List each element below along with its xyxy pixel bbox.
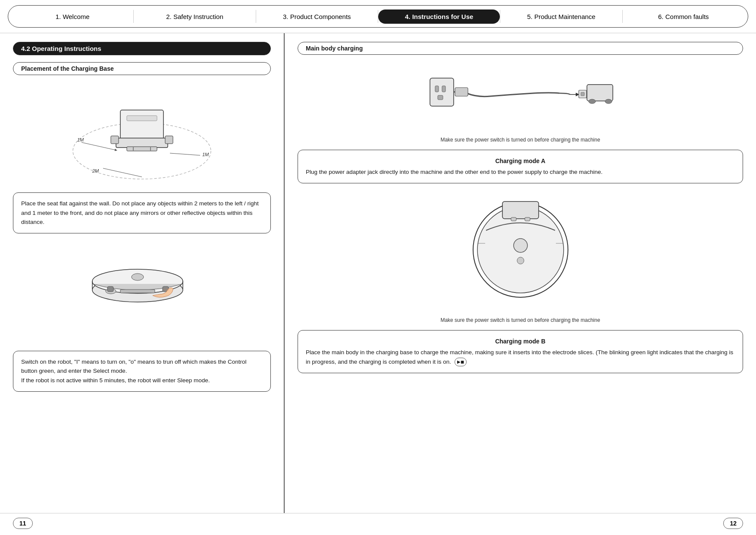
nav-item-maintenance[interactable]: 5. Product Maintenance	[500, 9, 622, 24]
nav-bar: 1. Welcome 2. Safety Instruction 3. Prod…	[8, 5, 748, 28]
svg-rect-39	[502, 201, 539, 219]
charging-mode-a-box: Charging mode A Plug the power adapter j…	[298, 150, 743, 183]
charging-mode-b-box: Charging mode B Place the main body in t…	[298, 330, 743, 373]
svg-rect-26	[430, 78, 454, 106]
svg-rect-30	[455, 88, 468, 96]
placement-info-box: Place the seat flat against the wall. Do…	[13, 192, 271, 233]
page-num-right: 12	[723, 518, 743, 529]
svg-text:1M: 1M	[77, 137, 84, 142]
robot-top-illustration	[298, 189, 743, 310]
charging-mode-a-title: Charging mode A	[306, 156, 735, 166]
nav-item-safety[interactable]: 2. Safety Instruction	[134, 9, 255, 24]
charging-indicator-icon: ▶◼	[455, 358, 467, 366]
section-pill-left: 4.2 Operating Instructions	[13, 42, 271, 55]
svg-rect-11	[165, 136, 173, 144]
svg-point-42	[514, 239, 527, 252]
charger-illustration	[298, 61, 743, 130]
svg-point-19	[132, 274, 144, 280]
svg-rect-33	[581, 92, 584, 96]
svg-text:1M: 1M	[202, 152, 209, 157]
placement-pill: Placement of the Charging Base	[13, 62, 271, 75]
svg-rect-12	[127, 116, 157, 121]
svg-point-36	[605, 99, 612, 104]
left-panel: 4.2 Operating Instructions Placement of …	[0, 33, 285, 513]
svg-point-35	[589, 99, 596, 104]
note-text-1: Make sure the power switch is turned on …	[298, 137, 743, 143]
robot-info-line2: If the robot is not active within 5 minu…	[21, 377, 210, 384]
svg-rect-34	[587, 85, 613, 101]
svg-rect-41	[525, 217, 530, 221]
robot-info-line1: Switch on the robot, "I" means to turn o…	[21, 359, 246, 374]
nav-item-components[interactable]: 3. Product Components	[256, 9, 378, 24]
svg-rect-29	[438, 95, 443, 100]
right-panel: Main body charging	[285, 33, 756, 513]
page-num-left: 11	[13, 518, 33, 529]
svg-point-43	[517, 257, 524, 264]
svg-text:2M: 2M	[92, 168, 99, 173]
charging-mode-b-title: Charging mode B	[306, 337, 735, 346]
svg-rect-22	[107, 286, 113, 292]
page-numbers: 11 12	[0, 513, 756, 535]
nav-item-instructions[interactable]: 4. Instructions for Use	[378, 9, 500, 24]
svg-rect-8	[116, 138, 168, 148]
robot-illustration	[13, 240, 271, 344]
svg-rect-40	[511, 217, 516, 221]
charging-mode-a-text: Plug the power adapter jack directly int…	[306, 169, 602, 175]
nav-item-faults[interactable]: 6. Common faults	[623, 9, 744, 24]
svg-rect-10	[111, 136, 119, 144]
charging-base-illustration: 1M 1M 2M	[13, 82, 271, 186]
robot-info-box: Switch on the robot, "I" means to turn o…	[13, 351, 271, 392]
svg-rect-20	[120, 290, 155, 293]
svg-line-3	[170, 153, 200, 155]
nav-item-welcome[interactable]: 1. Welcome	[12, 9, 133, 24]
charging-mode-b-text: Place the main body in the charging base…	[306, 349, 733, 365]
content-area: 4.2 Operating Instructions Placement of …	[0, 33, 756, 513]
main-body-pill: Main body charging	[298, 42, 743, 55]
svg-rect-9	[127, 147, 157, 151]
svg-rect-27	[435, 86, 439, 92]
svg-rect-28	[442, 86, 445, 92]
note-text-2: Make sure the power switch is turned on …	[298, 317, 743, 323]
